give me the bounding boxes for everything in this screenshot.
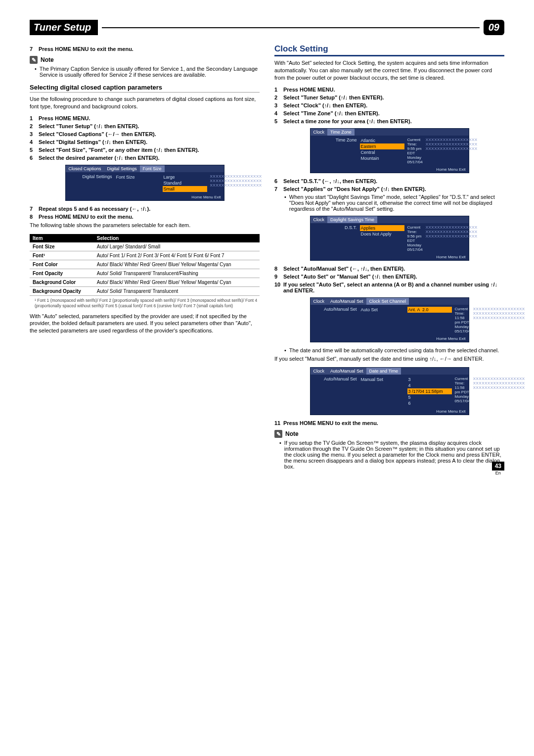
pencil-icon: ✎ — [274, 430, 282, 438]
note-heading: ✎ Note — [274, 430, 504, 438]
chapter-title: Tuner Setup — [30, 20, 98, 35]
note-bullet: The Primary Caption Service is usually o… — [35, 66, 260, 78]
chapter-number: 09 — [484, 20, 504, 35]
subsection-heading: Selecting digital closed caption paramet… — [30, 84, 260, 93]
intro-text: Use the following procedure to change su… — [30, 95, 260, 110]
step-text: Press HOME MENU to exit the menu. — [39, 46, 260, 52]
osd-autoset: Clock Auto/Manual Set Clock Set Channel … — [310, 297, 469, 342]
chapter-header: Tuner Setup 09 — [30, 20, 504, 35]
pencil-icon: ✎ — [30, 56, 38, 64]
osd-timezone: Clock Time Zone Time Zone Atlantic Easte… — [310, 128, 469, 173]
parameters-table: ItemSelection Font SizeAuto/ Large/ Stan… — [30, 234, 260, 296]
closing-text: With "Auto" selected, parameters specifi… — [30, 313, 260, 335]
osd-closed-captions: Closed Captions Digital Settings Font Si… — [65, 165, 224, 201]
page-number: 43 En — [492, 462, 504, 475]
right-column: Clock Setting With "Auto Set" selected f… — [274, 44, 504, 471]
footnote: ¹ Font 1 (monospaced with serifs)/ Font … — [35, 298, 260, 309]
header-line — [102, 27, 479, 28]
osd-manualset: Clock Auto/Manual Set Date and Time Auto… — [310, 367, 469, 415]
note-heading: ✎ Note — [30, 56, 260, 64]
left-column: 7Press HOME MENU to exit the menu. ✎ Not… — [30, 44, 260, 471]
osd-dst: Clock Daylight Savings Time D.S.T. Appli… — [310, 216, 469, 261]
section-heading: Clock Setting — [274, 44, 504, 56]
